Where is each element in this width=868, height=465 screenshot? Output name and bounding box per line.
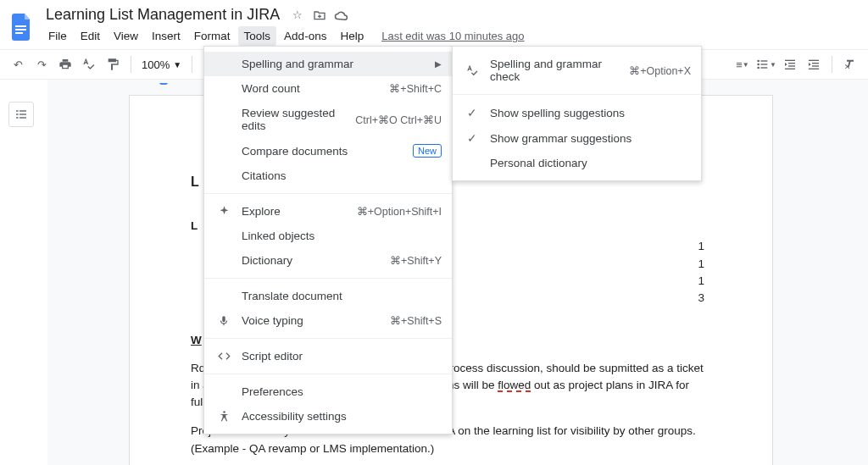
svg-rect-22 <box>16 117 19 118</box>
menu-tools[interactable]: Tools <box>238 26 277 46</box>
outline-toggle-button[interactable] <box>8 102 34 127</box>
menu-item-word-count[interactable]: Word count⌘+Shift+C <box>204 76 452 101</box>
redo-button[interactable]: ↷ <box>31 53 53 75</box>
svg-rect-6 <box>760 64 767 64</box>
explore-icon <box>216 205 231 218</box>
svg-rect-2 <box>15 32 23 34</box>
menu-label: Compare documents <box>242 145 403 158</box>
menu-item-compare-documents[interactable]: Compare documentsNew <box>204 138 452 163</box>
menu-shortcut: ⌘+Shift+S <box>390 314 442 327</box>
menu-insert[interactable]: Insert <box>146 26 186 46</box>
menu-separator <box>204 338 452 339</box>
align-button[interactable]: ≡▼ <box>732 53 754 75</box>
menu-file[interactable]: File <box>42 26 73 46</box>
title-area: Learning List Management in JIRA ☆ File … <box>41 5 861 49</box>
menu-addons[interactable]: Add-ons <box>278 26 332 46</box>
doc-title[interactable]: Learning List Management in JIRA <box>42 5 283 25</box>
cloud-icon[interactable] <box>334 8 349 23</box>
star-icon[interactable]: ☆ <box>290 8 305 23</box>
menu-separator <box>453 94 701 95</box>
submenu-item-check[interactable]: Spelling and grammar check⌘+Option+X <box>453 52 701 89</box>
menu-item-script-editor[interactable]: Script editor <box>204 344 452 368</box>
menu-help[interactable]: Help <box>334 26 370 46</box>
menu-view[interactable]: View <box>108 26 144 46</box>
svg-point-24 <box>223 411 225 413</box>
menu-label: Spelling and grammar check <box>490 58 619 83</box>
menu-edit[interactable]: Edit <box>75 26 106 46</box>
menu-item-spelling-grammar[interactable]: Spelling and grammar▶ <box>204 52 452 76</box>
menu-label: Voice typing <box>242 314 380 327</box>
menu-label: Linked objects <box>242 230 442 242</box>
svg-rect-12 <box>785 69 795 69</box>
svg-rect-20 <box>16 113 19 114</box>
menu-separator <box>204 193 452 194</box>
menu-separator <box>204 374 452 374</box>
undo-button[interactable]: ↶ <box>7 53 29 75</box>
toc-page: 3 <box>698 290 704 307</box>
menu-item-translate[interactable]: Translate document <box>204 284 452 308</box>
bullet-list-button[interactable]: ▼ <box>755 53 777 75</box>
menu-item-citations[interactable]: Citations <box>204 163 452 188</box>
script-icon <box>216 350 231 363</box>
submenu-item-show-spelling[interactable]: ✓Show spelling suggestions <box>453 100 701 125</box>
zoom-selector[interactable]: 100%▼ <box>138 58 185 71</box>
menu-label: Show spelling suggestions <box>490 107 691 119</box>
menu-item-review-edits[interactable]: Review suggested editsCtrl+⌘O Ctrl+⌘U <box>204 101 452 138</box>
paint-format-button[interactable] <box>102 53 124 75</box>
para-text: R <box>191 362 199 374</box>
svg-rect-0 <box>15 25 26 27</box>
menu-shortcut: ⌘+Shift+C <box>389 82 442 95</box>
move-icon[interactable] <box>312 8 327 23</box>
menu-label: Preferences <box>242 385 442 398</box>
toc-page: 1 <box>698 238 704 255</box>
svg-rect-21 <box>19 113 26 114</box>
svg-rect-16 <box>809 69 819 69</box>
svg-rect-10 <box>788 63 795 64</box>
menu-label: Show grammar suggestions <box>490 132 691 145</box>
menu-label: Accessibility settings <box>242 410 442 423</box>
spelling-squiggle[interactable]: flowed <box>498 379 531 391</box>
menu-item-dictionary[interactable]: Dictionary⌘+Shift+Y <box>204 248 452 273</box>
menu-shortcut: ⌘+Shift+Y <box>390 254 442 267</box>
mic-icon <box>216 315 231 327</box>
svg-rect-14 <box>812 63 819 64</box>
clear-formatting-button[interactable] <box>839 53 861 75</box>
menu-format[interactable]: Format <box>188 26 236 46</box>
svg-rect-13 <box>809 60 819 61</box>
menu-item-preferences[interactable]: Preferences <box>204 379 452 404</box>
svg-rect-8 <box>760 67 767 68</box>
submenu-arrow-icon: ▶ <box>435 59 442 69</box>
zoom-value: 100% <box>142 58 170 71</box>
toc-heading: L <box>191 219 198 232</box>
indent-button[interactable] <box>803 53 825 75</box>
menu-label: Script editor <box>242 350 442 363</box>
svg-rect-15 <box>812 65 819 66</box>
menu-label: Explore <box>242 205 347 218</box>
svg-point-7 <box>757 67 760 69</box>
svg-point-3 <box>757 60 760 63</box>
toc-page: 1 <box>698 273 704 290</box>
docs-logo-icon[interactable] <box>7 12 37 42</box>
spellcheck-button[interactable] <box>78 53 100 75</box>
last-edit-text[interactable]: Last edit was 10 minutes ago <box>381 30 524 42</box>
svg-rect-4 <box>760 60 767 61</box>
menu-separator <box>204 278 452 279</box>
tools-menu-dropdown: Spelling and grammar▶ Word count⌘+Shift+… <box>203 46 453 435</box>
menu-label: Word count <box>242 82 379 95</box>
svg-rect-9 <box>785 60 795 61</box>
menu-item-linked-objects[interactable]: Linked objects <box>204 224 452 248</box>
check-icon: ✓ <box>465 131 480 145</box>
svg-rect-23 <box>19 117 26 118</box>
menu-item-accessibility[interactable]: Accessibility settings <box>204 404 452 429</box>
print-button[interactable] <box>54 53 76 75</box>
menu-item-explore[interactable]: Explore⌘+Option+Shift+I <box>204 199 452 224</box>
svg-rect-11 <box>788 65 795 66</box>
submenu-item-personal-dictionary[interactable]: Personal dictionary <box>453 151 701 175</box>
section-heading: W <box>191 334 202 346</box>
svg-point-5 <box>757 64 760 66</box>
accessibility-icon <box>216 410 231 423</box>
outdent-button[interactable] <box>779 53 801 75</box>
menu-item-voice-typing[interactable]: Voice typing⌘+Shift+S <box>204 308 452 333</box>
menu-label: Citations <box>242 169 442 182</box>
submenu-item-show-grammar[interactable]: ✓Show grammar suggestions <box>453 125 701 151</box>
